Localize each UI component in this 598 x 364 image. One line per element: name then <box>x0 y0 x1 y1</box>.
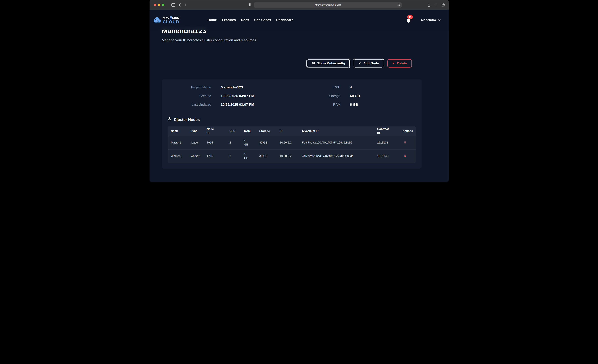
minimize-window-button[interactable] <box>158 4 160 6</box>
info-value: 60 GB <box>350 91 422 100</box>
col-header-ip: IP <box>276 126 299 136</box>
new-tab-icon[interactable] <box>434 3 438 7</box>
browser-chrome: https://myceliumcloud.tf <box>150 0 449 10</box>
col-header-storage: Storage <box>256 126 276 136</box>
info-label: CPU <box>304 83 341 91</box>
info-value: 8 GB <box>350 100 422 109</box>
info-label: Last Updated <box>170 100 211 109</box>
delete-cluster-button[interactable]: Delete <box>387 59 412 67</box>
table-row: Worker1 worker 1715 2 4 GB 30 GB 10.20.3… <box>168 149 416 163</box>
col-header-cpu: CPU <box>226 126 241 136</box>
forward-icon[interactable] <box>184 3 187 7</box>
delete-node-button[interactable] <box>403 154 407 158</box>
delete-node-button[interactable] <box>403 140 407 145</box>
pencil-icon <box>358 62 361 65</box>
add-node-button[interactable]: Add Node <box>354 59 383 67</box>
share-icon[interactable] <box>427 3 431 7</box>
logo-e-bars <box>170 16 172 19</box>
col-header-contract-id: Contract ID <box>374 126 399 136</box>
cell-mycelium-ip: 446:d2a6:8bcd:8c16:ff0f:72e2:3114:863f <box>299 149 374 163</box>
cluster-actions-toolbar: Show Kubeconfig Add Node Delete <box>162 59 412 67</box>
cell-name: Master1 <box>168 136 188 149</box>
cell-node-id: 1715 <box>203 149 226 163</box>
info-value: 10/29/2025 03:07 PM <box>221 100 295 109</box>
chevron-down-icon <box>438 18 441 22</box>
url-bar[interactable]: https://myceliumcloud.tf <box>254 2 402 8</box>
eye-icon <box>312 62 315 65</box>
col-header-name: Name <box>168 126 188 136</box>
cell-actions <box>399 149 416 163</box>
traffic-lights <box>154 4 164 6</box>
cell-contract-id: 1613132 <box>374 149 399 163</box>
cell-type: leader <box>188 136 203 149</box>
cell-cpu: 2 <box>226 136 241 149</box>
page-subtitle: Manage your Kubernetes cluster configura… <box>162 38 256 42</box>
close-window-button[interactable] <box>154 4 156 6</box>
site-navbar: MYC LIUM CLOUD Home Features Docs Use Ca… <box>150 10 449 30</box>
info-value: 4 <box>350 83 422 91</box>
site-logo[interactable]: MYC LIUM CLOUD <box>153 16 180 24</box>
user-menu[interactable]: Mahendra <box>421 18 441 22</box>
cell-ram: 4 GB <box>241 136 256 149</box>
cell-type: worker <box>188 149 203 163</box>
trash-icon <box>392 61 395 65</box>
col-header-ram: RAM <box>241 126 256 136</box>
info-value: 10/29/2025 03:07 PM <box>221 91 295 100</box>
nodes-table: Name Type Node ID CPU RAM Storage IP Myc… <box>168 126 416 163</box>
logo-text-mycelium: MYC LIUM <box>163 16 180 19</box>
table-row: Master1 leader 7915 2 4 GB 30 GB 10.20.2… <box>168 136 416 149</box>
url-text: https://myceliumcloud.tf <box>315 3 341 6</box>
nav-link-docs[interactable]: Docs <box>241 18 249 22</box>
nav-link-features[interactable]: Features <box>222 18 236 22</box>
zoom-window-button[interactable] <box>162 4 164 6</box>
nav-link-home[interactable]: Home <box>208 18 217 22</box>
nav-links: Home Features Docs Use Cases Dashboard <box>208 18 294 22</box>
cluster-details-card: Project Name Mahendra123 CPU 4 Created 1… <box>162 79 422 169</box>
reload-icon[interactable] <box>397 3 400 7</box>
table-header-row: Name Type Node ID CPU RAM Storage IP Myc… <box>168 126 416 136</box>
info-label: RAM <box>304 100 341 109</box>
cell-storage: 30 GB <box>256 149 276 163</box>
notification-count-badge: 11 <box>407 15 413 19</box>
info-label: Project Name <box>170 83 211 91</box>
cluster-info-grid: Project Name Mahendra123 CPU 4 Created 1… <box>162 79 422 109</box>
cluster-nodes-title: Cluster Nodes <box>174 117 200 122</box>
network-icon <box>168 117 172 122</box>
info-label: Created <box>170 91 211 100</box>
logo-text-cloud: CLOUD <box>163 20 180 24</box>
cell-name: Worker1 <box>168 149 188 163</box>
tab-overview-icon[interactable] <box>441 3 445 7</box>
cell-ip: 10.20.3.2 <box>276 149 299 163</box>
cell-mycelium-ip: 5d8:78ea:a120:f40c:ff0f:a5fe:99e6:8b96 <box>299 136 374 149</box>
cell-cpu: 2 <box>226 149 241 163</box>
info-value: Mahendra123 <box>221 83 295 91</box>
cell-node-id: 7915 <box>203 136 226 149</box>
mycelium-cloud-logo-icon <box>153 17 161 23</box>
col-header-actions: Actions <box>399 126 416 136</box>
col-header-node-id: Node ID <box>203 126 226 136</box>
cell-actions <box>399 136 416 149</box>
col-header-type: Type <box>188 126 203 136</box>
cell-storage: 30 GB <box>256 136 276 149</box>
sidebar-toggle-icon[interactable] <box>171 3 175 7</box>
browser-window: https://myceliumcloud.tf <box>150 0 449 182</box>
user-name: Mahendra <box>421 18 436 22</box>
cell-ip: 10.20.2.2 <box>276 136 299 149</box>
privacy-shield-icon[interactable] <box>249 3 252 7</box>
nav-link-dashboard[interactable]: Dashboard <box>276 18 293 22</box>
nav-link-use-cases[interactable]: Use Cases <box>254 18 271 22</box>
page-content: Mahendra123 Manage your Kubernetes clust… <box>150 10 449 182</box>
back-icon[interactable] <box>179 3 181 7</box>
info-label: Storage <box>304 91 341 100</box>
cell-contract-id: 1613131 <box>374 136 399 149</box>
cell-ram: 4 GB <box>241 149 256 163</box>
show-kubeconfig-button[interactable]: Show Kubeconfig <box>307 59 350 67</box>
notifications-bell-icon[interactable]: 11 <box>406 18 411 23</box>
col-header-mycelium-ip: Mycelium IP <box>299 126 374 136</box>
